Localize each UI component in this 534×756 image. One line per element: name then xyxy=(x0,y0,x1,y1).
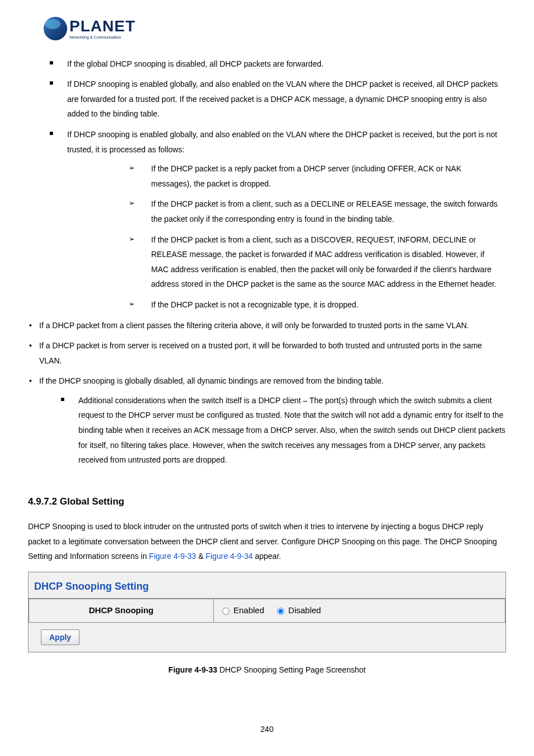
logo-name: PLANET xyxy=(69,18,135,34)
setting-row-label: DHCP Snooping xyxy=(29,599,214,623)
text: If the DHCP snooping is globally disable… xyxy=(39,376,383,385)
list-item: If DHCP snooping is enabled globally, an… xyxy=(28,77,506,122)
text: If DHCP snooping is enabled globally, an… xyxy=(67,80,498,118)
text: & xyxy=(196,552,205,561)
radio-disabled-input[interactable] xyxy=(277,608,284,615)
page-content: PLANET Networking & Communication If the… xyxy=(0,0,534,756)
radio-disabled[interactable]: Disabled xyxy=(274,603,321,619)
text: If DHCP snooping is enabled globally, an… xyxy=(67,130,497,154)
caption-text: DHCP Snooping Setting Page Screenshot xyxy=(217,665,366,674)
list-nested: If the DHCP packet is a reply packet fro… xyxy=(67,161,506,312)
text: If the global DHCP snooping is disabled,… xyxy=(67,59,324,68)
list-item: If the DHCP snooping is globally disable… xyxy=(28,374,506,468)
settings-panel: DHCP Snooping Setting DHCP Snooping Enab… xyxy=(28,572,506,652)
text: If the DHCP packet is from a client, suc… xyxy=(151,199,498,223)
list-item: If a DHCP packet is from server is recei… xyxy=(28,338,506,368)
text: If a DHCP packet from a client passes th… xyxy=(39,321,469,330)
page-number: 240 xyxy=(28,722,506,737)
text: Additional considerations when the switc… xyxy=(78,396,505,464)
list-nested-2: Additional considerations when the switc… xyxy=(39,393,506,468)
radio-enabled[interactable]: Enabled xyxy=(219,603,264,619)
list-item: If the DHCP packet is not a recognizable… xyxy=(67,297,506,312)
list-item: Additional considerations when the switc… xyxy=(39,393,506,468)
apply-button[interactable]: Apply xyxy=(41,629,79,645)
figure-caption: Figure 4-9-33 DHCP Snooping Setting Page… xyxy=(28,662,506,678)
text: If a DHCP packet is from server is recei… xyxy=(39,341,482,365)
brand-logo: PLANET Networking & Communication xyxy=(28,17,506,45)
text: If the DHCP packet is a reply packet fro… xyxy=(151,164,461,188)
list-primary: If the global DHCP snooping is disabled,… xyxy=(28,57,506,312)
radio-label: Enabled xyxy=(233,603,264,619)
logo-mark: PLANET Networking & Communication xyxy=(44,17,135,40)
radio-enabled-input[interactable] xyxy=(222,608,229,615)
figure-link-34[interactable]: Figure 4-9-34 xyxy=(206,552,253,561)
caption-bold: Figure 4-9-33 xyxy=(168,665,217,674)
list-item: If a DHCP packet from a client passes th… xyxy=(28,318,506,333)
globe-icon xyxy=(44,17,67,40)
text: appear. xyxy=(253,552,282,561)
logo-tagline: Networking & Communication xyxy=(69,35,135,39)
text: If the DHCP packet is not a recognizable… xyxy=(151,300,358,309)
list-item: If the DHCP packet is a reply packet fro… xyxy=(67,161,506,191)
section-paragraph: DHCP Snooping is used to block intruder … xyxy=(28,519,506,564)
radio-label: Disabled xyxy=(288,603,321,619)
section-heading: 4.9.7.2 Global Setting xyxy=(28,493,506,511)
table-row: DHCP Snooping Enabled Disabled xyxy=(29,599,505,623)
list-secondary: If a DHCP packet from a client passes th… xyxy=(28,318,506,468)
list-item: If the DHCP packet is from a client, suc… xyxy=(67,197,506,226)
setting-row-control: Enabled Disabled xyxy=(214,599,505,623)
text: If the DHCP packet is from a client, suc… xyxy=(151,235,496,289)
settings-table: DHCP Snooping Enabled Disabled xyxy=(29,599,505,623)
figure-link-33[interactable]: Figure 4-9-33 xyxy=(149,552,196,561)
settings-title: DHCP Snooping Setting xyxy=(29,572,505,599)
list-item: If the DHCP packet is from a client, suc… xyxy=(67,232,506,292)
list-item: If DHCP snooping is enabled globally, an… xyxy=(28,127,506,312)
list-item: If the global DHCP snooping is disabled,… xyxy=(28,57,506,72)
